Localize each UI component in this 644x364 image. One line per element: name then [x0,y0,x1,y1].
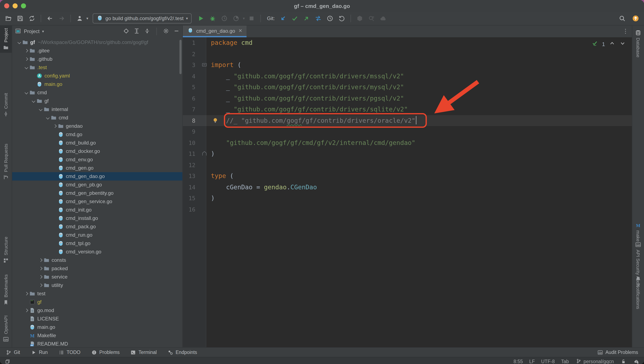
code-line-12[interactable]: 12 [183,160,632,170]
chevron-closed-icon[interactable] [24,48,29,53]
tree-item-cmd-gen-go[interactable]: cmd_gen.go [12,164,182,172]
toolwindow-problems[interactable]: Problems [91,350,120,355]
line-number[interactable]: 15 [183,193,195,204]
tree-item--github[interactable]: .github [12,55,182,63]
chevron-open-icon[interactable] [24,90,29,95]
tree-item-cmd-gen-pb-go[interactable]: cmd_gen_pb.go [12,180,182,189]
search-everywhere-doc-icon[interactable] [367,14,377,24]
caret-position[interactable]: 8:55 [514,359,523,364]
code-line-3[interactable]: 3import ( [183,60,632,70]
chevron-closed-icon[interactable] [38,283,43,288]
git-update-icon[interactable] [278,14,288,24]
tree-item-consts[interactable]: consts [12,256,182,264]
inspections-widget[interactable]: 1 [592,40,626,48]
chevron-open-icon[interactable] [31,98,36,104]
git-branch-widget[interactable]: personal/gqcn [575,358,614,364]
tree-item-cmd-gen-pbentity-go[interactable]: cmd_gen_pbentity.go [12,189,182,197]
toolwindow-run[interactable]: Run [31,350,48,355]
chevron-open-icon[interactable] [38,107,43,112]
project-panel-title[interactable]: Project [24,28,40,34]
tree-item-gendao[interactable]: gendao [12,122,182,130]
tree-item-test[interactable]: test [12,290,182,298]
hexagon-icon[interactable] [355,14,365,24]
toolwindow-audit-problems[interactable]: /APIAudit Problems [597,350,638,355]
line-number[interactable]: 9 [183,126,195,137]
next-problem-icon[interactable] [619,40,626,48]
tree-item-cmd-install-go[interactable]: cmd_install.go [12,214,182,222]
more-options-icon[interactable]: ⋮ [623,28,628,34]
unlock-icon[interactable] [620,359,627,364]
line-number[interactable]: 8 [183,115,195,126]
save-all-icon[interactable] [15,14,25,24]
forward-icon[interactable] [57,14,67,24]
line-number[interactable]: 14 [183,182,195,193]
toolwindow-todo[interactable]: TODO [59,350,81,355]
stripe-item-pull-requests[interactable]: Pull Requests [0,141,12,183]
cloud-icon[interactable] [378,14,389,24]
chevron-closed-icon[interactable] [38,274,43,280]
tree-item-cmd-pack-go[interactable]: cmd_pack.go [12,222,182,231]
tree-item-makefile[interactable]: MMakefile [12,331,182,340]
line-number[interactable]: 1 [183,37,195,48]
tree-item-go-mod[interactable]: go.mod [12,306,182,314]
open-folder-icon[interactable] [3,14,14,24]
git-rollback-icon[interactable] [337,14,347,24]
tree-item-gf[interactable]: gf [12,298,182,306]
line-ending-indicator[interactable]: LF [529,359,535,364]
tree-item-internal[interactable]: internal [12,105,182,114]
stripe-item-project[interactable]: Project [0,26,12,53]
tree-item-cmd[interactable]: cmd [12,88,182,97]
profiler-button[interactable] [219,14,229,24]
code-line-15[interactable]: 15) [183,193,632,204]
stripe-item-bookmarks[interactable]: Bookmarks [0,272,12,308]
code-line-4[interactable]: 4 _ "github.com/gogf/gf/contrib/drivers/… [183,70,632,82]
help-cloud-icon[interactable]: ? [633,359,640,364]
code-line-11[interactable]: 11) [183,148,632,160]
line-number[interactable]: 12 [183,160,195,170]
code-line-14[interactable]: 14 cGenDao = gendao.CGenDao [183,182,632,193]
tree-item-utility[interactable]: utility [12,281,182,290]
minimize-panel-icon[interactable] [173,28,180,35]
line-number[interactable]: 2 [183,48,195,60]
coverage-button[interactable] [231,14,241,24]
tree-item-cmd-version-go[interactable]: cmd_version.go [12,248,182,256]
tree-item-cmd-docker-go[interactable]: cmd_docker.go [12,147,182,156]
tree-item-cmd-tpl-go[interactable]: cmd_tpl.go [12,239,182,248]
chevron-closed-icon[interactable] [38,258,43,263]
tree-item-cmd[interactable]: cmd [12,114,182,122]
stripe-item-openapi[interactable]: OpenAPI/API [0,313,12,344]
chevron-closed-icon[interactable] [38,266,43,271]
run-button[interactable] [196,14,206,24]
stripe-item-structure[interactable]: Structure [0,234,12,266]
code-line-10[interactable]: 10 "github.com/gogf/gf/cmd/gf/v2/interna… [183,137,632,148]
fold-open-icon[interactable] [201,62,208,68]
tree-item-cmd-init-go[interactable]: cmd_init.go [12,206,182,214]
gear-icon[interactable] [163,28,169,35]
git-diff-icon[interactable] [313,14,324,24]
line-number[interactable]: 3 [183,60,195,70]
tree-item--gitee[interactable]: .gitee [12,46,182,55]
toolwindow-endpoints[interactable]: Endpoints [168,350,197,355]
line-number[interactable]: 5 [183,82,195,93]
code-line-2[interactable]: 2 [183,48,632,60]
stripe-item-notifications[interactable]: Notifications [632,274,644,312]
close-tab-icon[interactable]: ✕ [239,28,242,34]
fold-close-icon[interactable] [201,150,208,157]
sync-icon[interactable] [27,14,37,24]
search-icon[interactable] [617,14,627,24]
toolwindow-git[interactable]: Git [6,350,20,355]
tree-item-cmd-gen-service-go[interactable]: cmd_gen_service.go [12,197,182,206]
line-number[interactable]: 13 [183,170,195,182]
back-icon[interactable] [45,14,55,24]
chevron-open-icon[interactable] [45,115,50,120]
tree-item-readme-md[interactable]: MDREADME.MD [12,340,182,347]
line-number[interactable]: 7 [183,104,195,115]
expand-all-icon[interactable] [133,28,140,35]
tab-cmd-gen-dao[interactable]: cmd_gen_dao.go ✕ [183,26,246,37]
git-history-icon[interactable] [325,14,335,24]
tree-item-config-yaml[interactable]: Aconfig.yaml [12,72,182,80]
line-number[interactable]: 4 [183,70,195,82]
chevron-open-icon[interactable] [16,40,21,45]
tree-item-packed[interactable]: packed [12,264,182,273]
prev-problem-icon[interactable] [609,40,615,48]
